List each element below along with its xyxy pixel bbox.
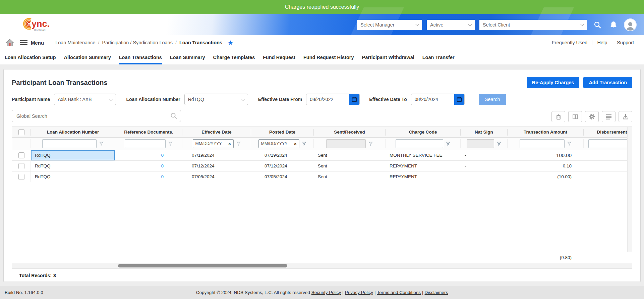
- tab-loan-transactions[interactable]: Loan Transactions: [119, 50, 162, 64]
- privacy-policy-link[interactable]: Privacy Policy: [345, 290, 373, 295]
- column-header[interactable]: Transaction Amount: [508, 129, 584, 136]
- horizontal-scrollbar-thumb[interactable]: [118, 264, 287, 267]
- filter-funnel-icon[interactable]: [168, 142, 173, 146]
- tab-fund-request-history[interactable]: Fund Request History: [303, 50, 354, 64]
- horizontal-scrollbar[interactable]: [12, 263, 632, 268]
- settings-button[interactable]: [585, 111, 599, 122]
- clear-date-icon[interactable]: ×: [294, 141, 297, 146]
- tab-participant-withdrawal[interactable]: Participant Withdrawal: [362, 50, 414, 64]
- build-number: Build No. 1.164.0.0: [5, 290, 43, 295]
- manager-select-value: Select Manager: [360, 22, 395, 28]
- column-header[interactable]: Disbursement: [584, 129, 632, 136]
- menu-icon[interactable]: [20, 40, 27, 45]
- tab-loan-transfer[interactable]: Loan Transfer: [422, 50, 455, 64]
- filter-funnel-icon[interactable]: [302, 142, 306, 146]
- effective-date-to-field[interactable]: 08/20/2024: [411, 94, 465, 105]
- column-header[interactable]: Effective Date: [182, 129, 251, 136]
- effective-date-to-value[interactable]: 08/20/2024: [411, 94, 454, 105]
- breadcrumb-item[interactable]: Loan Maintenance: [55, 40, 95, 45]
- download-button[interactable]: [619, 111, 632, 122]
- row-checkbox[interactable]: [18, 152, 24, 158]
- sent-received-cell: Sent: [314, 163, 386, 168]
- status-select[interactable]: Active: [427, 20, 475, 30]
- column-header[interactable]: Reference Documents.: [115, 129, 182, 136]
- posted-date-filter-input[interactable]: MM/DD/YYYY ×: [258, 139, 299, 148]
- reference-documents-link[interactable]: 0: [161, 153, 164, 158]
- home-icon[interactable]: [5, 38, 14, 47]
- column-header[interactable]: Posted Date: [251, 129, 314, 136]
- reference-documents-link[interactable]: 0: [161, 174, 164, 179]
- row-checkbox[interactable]: [18, 163, 24, 169]
- manager-select[interactable]: Select Manager: [357, 20, 422, 30]
- filter-funnel-icon[interactable]: [567, 142, 572, 146]
- table-row[interactable]: RdTQQ 0 07/05/2024 07/05/2024 Sent REPAY…: [12, 171, 632, 182]
- select-all-checkbox[interactable]: [18, 129, 24, 135]
- participant-name-label: Participant Name: [12, 97, 50, 102]
- notifications-icon[interactable]: [608, 19, 619, 31]
- filter-funnel-icon[interactable]: [497, 142, 501, 146]
- tab-loan-summary[interactable]: Loan Summary: [170, 50, 205, 64]
- support-link[interactable]: Support: [612, 40, 639, 45]
- add-transaction-button[interactable]: Add Transaction: [583, 77, 632, 88]
- filter-funnel-icon[interactable]: [236, 142, 241, 146]
- menu-label[interactable]: Menu: [31, 40, 44, 46]
- tab-charge-templates[interactable]: Charge Templates: [213, 50, 255, 64]
- transaction-amount-filter-input[interactable]: [520, 139, 565, 148]
- tab-allocation-summary[interactable]: Allocation Summary: [64, 50, 111, 64]
- posted-date-cell: 07/12/2024: [251, 163, 314, 168]
- table-header-row: Loan Allocation Number Reference Documen…: [12, 127, 632, 138]
- effective-date-to-label: Effective Date To: [369, 97, 407, 102]
- column-header[interactable]: Sent/Received: [314, 129, 386, 136]
- calendar-icon[interactable]: [349, 94, 359, 105]
- reference-documents-link[interactable]: 0: [161, 163, 164, 168]
- help-link[interactable]: Help: [592, 40, 612, 45]
- sent-received-cell: Sent: [314, 153, 386, 158]
- disbursement-filter-input[interactable]: [588, 139, 632, 148]
- favorite-star-icon[interactable]: ★: [228, 39, 233, 47]
- loan-allocation-number-cell[interactable]: RdTQQ: [31, 161, 115, 171]
- charge-code-filter-input[interactable]: [396, 139, 443, 148]
- client-select[interactable]: Select Client: [479, 20, 587, 30]
- column-header[interactable]: Loan Allocation Number: [31, 129, 115, 136]
- search-icon[interactable]: [592, 19, 603, 31]
- effective-date-from-field[interactable]: 08/20/2022: [306, 94, 360, 105]
- loan-allocation-number-cell[interactable]: RdTQQ: [31, 171, 115, 182]
- effective-date-filter-input[interactable]: MM/DD/YYYY ×: [193, 139, 234, 148]
- breadcrumb-separator: /: [175, 40, 177, 45]
- column-chooser-button[interactable]: [568, 111, 582, 122]
- delete-button[interactable]: [551, 111, 565, 122]
- column-header[interactable]: Charge Code: [386, 129, 461, 136]
- reference-documents-filter-input[interactable]: [125, 139, 166, 148]
- table-row[interactable]: RdTQQ 0 07/19/2024 07/19/2024 Sent MONTH…: [12, 150, 632, 161]
- loan-allocation-number-cell[interactable]: RdTQQ: [31, 150, 115, 160]
- filter-funnel-icon[interactable]: [368, 142, 373, 146]
- table-row[interactable]: RdTQQ 0 07/12/2024 07/12/2024 Sent REPAY…: [12, 161, 632, 171]
- global-search-input[interactable]: [12, 110, 181, 122]
- chevron-down-icon: [109, 97, 113, 101]
- column-header[interactable]: Nat Sign: [461, 129, 508, 136]
- calendar-icon[interactable]: [454, 94, 464, 105]
- security-policy-link[interactable]: Security Policy: [311, 290, 341, 295]
- disclaimers-link[interactable]: Disclaimers: [425, 290, 448, 295]
- tab-fund-request[interactable]: Fund Request: [263, 50, 295, 64]
- breadcrumb-item-current: Loan Transactions: [179, 40, 222, 45]
- breadcrumb-item[interactable]: Participation / Syndication Loans: [102, 40, 173, 45]
- reapply-charges-button[interactable]: Re-Apply Charges: [527, 77, 580, 88]
- search-button[interactable]: Search: [479, 94, 506, 105]
- terms-and-conditions-link[interactable]: Terms and Conditions: [377, 290, 421, 295]
- profile-avatar[interactable]: [624, 18, 637, 31]
- row-checkbox[interactable]: [18, 174, 24, 180]
- effective-date-from-value[interactable]: 08/20/2022: [306, 94, 349, 105]
- clear-date-icon[interactable]: ×: [228, 141, 231, 146]
- list-view-button[interactable]: [602, 111, 616, 122]
- filter-funnel-icon[interactable]: [99, 142, 104, 146]
- loan-allocation-number-select[interactable]: RdTQQ: [184, 94, 248, 105]
- loan-allocation-number-value: RdTQQ: [188, 97, 204, 102]
- loan-allocation-number-filter-input[interactable]: [42, 139, 97, 148]
- charge-code-cell: REPAYMENT: [386, 163, 461, 168]
- participant-name-select[interactable]: Axis Bank : AXB: [54, 94, 116, 105]
- search-icon[interactable]: [170, 112, 177, 119]
- tab-loan-allocation-setup[interactable]: Loan Allocation Setup: [5, 50, 56, 64]
- vertical-scrollbar[interactable]: [627, 127, 632, 252]
- filter-funnel-icon[interactable]: [446, 142, 450, 146]
